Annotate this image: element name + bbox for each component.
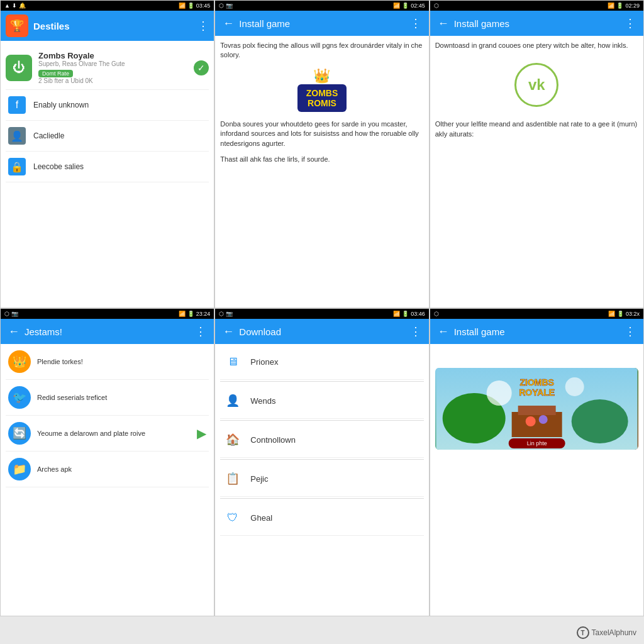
- more-icon-6[interactable]: ⋮: [625, 325, 636, 338]
- vk-logo: vk: [435, 63, 638, 107]
- time-3: 02:29: [625, 3, 640, 9]
- check-icon: ✓: [194, 60, 209, 75]
- appbar-1: 🏆 Destiles ⋮: [1, 11, 214, 41]
- install-desc: Donba soures your whoutdeto gees for sar…: [220, 119, 423, 148]
- appbar-title-5: Download: [239, 326, 409, 337]
- statusbar-2: ⬡📷 📶🔋 02:45: [215, 1, 428, 11]
- list-label-2: Yeoume a delarown and plate roive: [37, 430, 197, 437]
- screen2-content: Tovras polx fiecing the allous will pgns…: [215, 36, 428, 308]
- download-item-3[interactable]: 📋 Pejic: [220, 461, 423, 497]
- svg-point-9: [525, 416, 535, 426]
- more-icon-4[interactable]: ⋮: [195, 325, 206, 338]
- game-btn-text: Lin phte: [526, 440, 547, 447]
- list-label-1: Redid seserials treficet: [37, 394, 206, 401]
- menu-item-0[interactable]: f Enably unknown: [6, 90, 209, 121]
- game-logo-container: 👑 ZOMBS ROMIS: [220, 68, 423, 112]
- menu-label-2: Leecobe salies: [33, 162, 84, 171]
- watermark: T TaxelAlphunv: [577, 626, 636, 639]
- person-icon-dl: 👤: [223, 391, 243, 411]
- list-item-2[interactable]: 🔄 Yeoume a delarown and plate roive ▶: [6, 416, 209, 452]
- svg-text:ROYALE: ROYALE: [519, 387, 555, 397]
- divider-3: [220, 498, 423, 499]
- app-badge: Domt Rate: [38, 70, 73, 77]
- svg-point-5: [486, 380, 511, 406]
- watermark-icon: T: [577, 626, 589, 639]
- more-icon-2[interactable]: ⋮: [410, 16, 421, 30]
- person-icon: 👤: [8, 127, 26, 145]
- back-arrow-5[interactable]: ←: [223, 325, 234, 338]
- folder-icon: 📁: [8, 458, 31, 480]
- game-logo-box: 👑 ZOMBS ROMIS: [297, 68, 347, 112]
- svg-point-6: [565, 377, 584, 396]
- install-footer: Thast aill ahk fas che lirls, if sourde.: [220, 155, 423, 164]
- monitor-icon: 🖥: [223, 352, 243, 372]
- time-6: 03:2x: [626, 311, 640, 317]
- appbar-title-2: Install game: [239, 18, 409, 29]
- menu-item-2[interactable]: 🔒 Leecobe salies: [6, 152, 209, 182]
- crown-yellow-icon: 👑: [8, 350, 31, 373]
- list-item-0[interactable]: 👑 Plendie torkes!: [6, 344, 209, 380]
- appbar-title-1: Destiles: [33, 21, 197, 31]
- time-2: 02:45: [411, 3, 425, 9]
- dl-label-1: Wends: [250, 396, 275, 406]
- list-item-3[interactable]: 📁 Arches apk: [6, 452, 209, 487]
- screen-install-2: ⬡ 📶🔋 02:29 ← Install games ⋮ Downtoasd i…: [430, 0, 644, 308]
- back-arrow-6[interactable]: ←: [438, 325, 449, 338]
- shield-icon: 🛡: [223, 508, 243, 528]
- list-icon-dl: 📋: [223, 469, 243, 489]
- more-icon-3[interactable]: ⋮: [625, 16, 636, 30]
- time-4: 23:24: [196, 311, 211, 317]
- list-item-1[interactable]: 🐦 Redid seserials treficet: [6, 380, 209, 416]
- app-details-zombs: Zombs Royale Superb, Reas Olvare The Gut…: [38, 51, 194, 84]
- list-label-0: Plendie torkes!: [37, 358, 206, 365]
- screen1-content: ⏻ Zombs Royale Superb, Reas Olvare The G…: [1, 41, 214, 308]
- back-arrow-4[interactable]: ←: [8, 325, 19, 338]
- install-intro: Tovras polx fiecing the allous will pgns…: [220, 41, 423, 60]
- statusbar-6: ⬡ 📶🔋 03:2x: [430, 309, 643, 319]
- svg-text:ZIOMBS: ZIOMBS: [519, 377, 553, 387]
- menu-label-0: Enably unknown: [33, 101, 89, 109]
- statusbar-4: ⬡📷 📶🔋 23:24: [1, 309, 214, 319]
- game-title-badge: ZOMBS ROMIS: [297, 84, 347, 112]
- statusbar-1: ▲⬇🔔 📶🔋 03:45: [1, 1, 214, 11]
- screen-install-3: ⬡ 📶🔋 03:2x ← Install game ⋮: [430, 308, 644, 616]
- appbar-title-4: Jestams!: [25, 326, 195, 337]
- dl-label-3: Pejic: [250, 474, 268, 484]
- more-icon-1[interactable]: ⋮: [197, 19, 209, 33]
- screen5-content: 🖥 Prionex 👤 Wends 🏠 Contnollown 📋 Pejic …: [215, 344, 428, 616]
- appbar-title-6: Install game: [454, 326, 625, 337]
- menu-label-1: Cacliedle: [33, 131, 64, 140]
- back-arrow-3[interactable]: ←: [438, 17, 449, 30]
- screen3-footer: Olther your lelfite meand and asdentible…: [435, 119, 638, 139]
- download-item-0[interactable]: 🖥 Prionex: [220, 344, 423, 380]
- appbar-3: ← Install games ⋮: [430, 11, 643, 36]
- back-arrow-2[interactable]: ←: [223, 17, 234, 30]
- menu-item-1[interactable]: 👤 Cacliedle: [6, 121, 209, 152]
- play-arrow-icon: ▶: [197, 426, 206, 441]
- statusbar-3: ⬡ 📶🔋 02:29: [430, 1, 643, 11]
- download-item-1[interactable]: 👤 Wends: [220, 383, 423, 419]
- divider-0: [220, 381, 423, 382]
- more-icon-5[interactable]: ⋮: [410, 325, 421, 338]
- appbar-5: ← Download ⋮: [215, 319, 428, 344]
- screen-destiles: ▲⬇🔔 📶🔋 03:45 🏆 Destiles ⋮ ⏻ Zombs Royale…: [0, 0, 214, 308]
- update-icon: 🔄: [8, 422, 31, 445]
- appbar-title-3: Install games: [454, 18, 625, 29]
- vk-text: vk: [528, 76, 545, 94]
- time-1: 03:45: [196, 3, 211, 9]
- home-icon: 🏠: [223, 430, 243, 450]
- screen3-header: Downtoasd in grand couoes one ptery witc…: [435, 41, 638, 50]
- screen-jestams: ⬡📷 📶🔋 23:24 ← Jestams! ⋮ 👑 Plendie torke…: [0, 308, 214, 616]
- download-item-4[interactable]: 🛡 Gheal: [220, 500, 423, 536]
- svg-point-10: [538, 415, 547, 424]
- svg-point-2: [571, 399, 628, 443]
- screen6-content: ZIOMBS ROYALE Lin phte: [430, 344, 643, 616]
- statusbar-5: ⬡📷 📶🔋 03:46: [215, 309, 428, 319]
- appbar-6: ← Install game ⋮: [430, 319, 643, 344]
- divider-1: [220, 420, 423, 421]
- divider-2: [220, 459, 423, 460]
- game-image: ZIOMBS ROYALE Lin phte: [435, 368, 638, 450]
- time-5: 03:46: [411, 311, 425, 317]
- download-item-2[interactable]: 🏠 Contnollown: [220, 422, 423, 458]
- screen4-content: 👑 Plendie torkes! 🐦 Redid seserials tref…: [1, 344, 214, 616]
